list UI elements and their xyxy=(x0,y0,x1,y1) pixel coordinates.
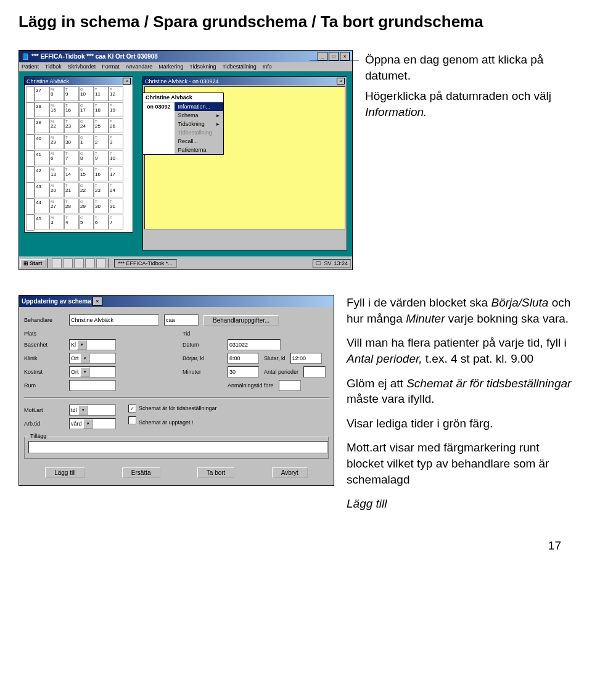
calendar-cell[interactable]: O17 xyxy=(79,102,94,117)
menu-item[interactable]: Patient xyxy=(22,64,39,70)
calendar-cell[interactable]: M8 xyxy=(49,86,64,101)
behandlare-input[interactable]: Christine Alvbäck xyxy=(69,315,159,326)
calendar-cell[interactable]: T23 xyxy=(64,118,79,133)
taskbar-task-button[interactable]: *** EFFICA-Tidbok *... xyxy=(114,259,177,268)
slutar-input[interactable]: 12:00 xyxy=(290,353,322,364)
calendar-cell[interactable]: F17 xyxy=(109,167,123,181)
basenhet-select[interactable]: Kl▾ xyxy=(69,339,116,350)
calendar-cell[interactable]: T18 xyxy=(94,102,109,117)
calendar-cell[interactable]: T9 xyxy=(64,86,79,101)
calendar-cell[interactable]: T7 xyxy=(64,150,79,165)
calendar-cell[interactable]: F31 xyxy=(109,199,123,213)
calendar-cell[interactable]: 42 xyxy=(35,167,49,181)
calendar-cell[interactable]: T30 xyxy=(94,199,109,213)
menu-item[interactable]: Användare xyxy=(126,64,153,70)
quicklaunch-icon[interactable] xyxy=(63,258,73,268)
menu-item[interactable]: Markering xyxy=(158,64,183,70)
checkbox-upptaget[interactable]: Schemat är upptaget ! xyxy=(128,416,217,426)
calendar-cell[interactable]: 38 xyxy=(35,102,49,117)
calendar-cell[interactable]: 37 xyxy=(35,86,49,101)
mottart-select[interactable]: tdl▾ xyxy=(69,405,116,416)
calendar-cell[interactable]: F26 xyxy=(109,118,123,133)
context-menu-item-tidsokning[interactable]: Tidsökning▸ xyxy=(175,120,223,128)
calendar-cell[interactable]: T14 xyxy=(64,167,79,181)
behandlaruppgifter-button[interactable]: Behandlaruppgifter... xyxy=(204,315,279,326)
calendar-cell[interactable]: T16 xyxy=(94,167,109,181)
calendar-close-button[interactable]: × xyxy=(123,78,131,84)
quicklaunch-icon[interactable] xyxy=(52,258,62,268)
arbtid-select[interactable]: vård▾ xyxy=(69,418,116,429)
calendar-cell[interactable]: T25 xyxy=(94,118,109,133)
tray-icon[interactable]: 🖵 xyxy=(316,260,321,266)
avbryt-button[interactable]: Avbryt xyxy=(272,467,308,478)
calendar-cell[interactable]: F3 xyxy=(109,134,123,149)
calendar-cell[interactable]: M13 xyxy=(49,167,64,181)
menu-item[interactable]: Skrivbordet xyxy=(68,64,96,70)
calendar-cell[interactable]: 39 xyxy=(35,118,49,133)
calendar-cell[interactable]: M20 xyxy=(49,183,64,197)
calendar-cell[interactable]: T23 xyxy=(94,183,109,197)
calendar-cell[interactable]: M29 xyxy=(49,134,64,149)
calendar-cell[interactable]: F10 xyxy=(109,150,123,165)
start-button[interactable]: ⊞ Start xyxy=(20,259,46,268)
calendar-cell[interactable]: M3 xyxy=(49,215,64,229)
context-menu-item-recall[interactable]: Recall... xyxy=(175,137,223,146)
calendar-cell[interactable]: O22 xyxy=(79,183,94,197)
calendar-cell[interactable]: F19 xyxy=(109,102,123,117)
tray-lang-icon[interactable]: SV xyxy=(324,260,331,266)
context-menu-item-information[interactable]: Information... xyxy=(175,102,223,111)
quicklaunch-icon[interactable] xyxy=(96,258,106,268)
calendar-cell[interactable]: F7 xyxy=(109,215,123,229)
calendar-cell[interactable]: M15 xyxy=(49,102,64,117)
context-menu-item-patienterna[interactable]: Patienterna xyxy=(175,146,223,154)
borjar-input[interactable]: 8:00 xyxy=(228,353,259,364)
calendar-cell[interactable]: O10 xyxy=(79,86,94,101)
calendar-cell[interactable]: T11 xyxy=(94,86,109,101)
datum-input[interactable]: 031022 xyxy=(228,339,281,350)
calendar-cell[interactable]: F24 xyxy=(109,183,123,197)
calendar-cell[interactable]: T21 xyxy=(64,183,79,197)
calendar-cell[interactable]: T6 xyxy=(94,215,109,229)
calendar-cell[interactable]: M6 xyxy=(49,150,64,165)
calendar-cell[interactable]: T16 xyxy=(64,102,79,117)
calendar-cell[interactable]: O24 xyxy=(79,118,94,133)
day-close-button[interactable]: × xyxy=(337,78,345,84)
kostnst-select[interactable]: Ort▾ xyxy=(69,366,116,377)
calendar-cell[interactable]: 41 xyxy=(35,150,49,165)
calendar-cell[interactable]: 40 xyxy=(35,134,49,149)
menu-item[interactable]: Tidbok xyxy=(45,64,62,70)
quicklaunch-icon[interactable] xyxy=(74,258,84,268)
calendar-cell[interactable]: O29 xyxy=(79,199,94,213)
calendar-cell[interactable]: T2 xyxy=(94,134,109,149)
calendar-cell[interactable]: 44 xyxy=(35,199,49,213)
calendar-cell[interactable]: O5 xyxy=(79,215,94,229)
minuter-input[interactable]: 30 xyxy=(228,366,259,377)
dialog-close-button[interactable]: × xyxy=(92,297,102,306)
behandlare-code-input[interactable]: caa xyxy=(164,315,199,326)
ersatta-button[interactable]: Ersätta xyxy=(122,467,160,478)
calendar-cell[interactable]: T30 xyxy=(64,134,79,149)
checkbox-tidsbestallningar[interactable]: ✓Schemat är för tidsbeställningar xyxy=(128,405,217,413)
calendar-cell[interactable]: F12 xyxy=(109,86,123,101)
calendar-cell[interactable]: M27 xyxy=(49,199,64,213)
rum-input[interactable] xyxy=(69,380,116,391)
antal-input[interactable] xyxy=(303,366,326,377)
calendar-cell[interactable]: T28 xyxy=(64,199,79,213)
menu-item[interactable]: Info xyxy=(263,64,272,70)
menu-item[interactable]: Format xyxy=(102,64,120,70)
anmal-input[interactable] xyxy=(279,380,301,391)
klinik-select[interactable]: Ort▾ xyxy=(69,353,116,364)
calendar-cell[interactable]: O8 xyxy=(79,150,94,165)
context-menu-item-schema[interactable]: Schema▸ xyxy=(175,111,223,120)
calendar-cell[interactable]: O15 xyxy=(79,167,94,181)
calendar-cell[interactable]: O1 xyxy=(79,134,94,149)
lagg-till-button[interactable]: Lägg till xyxy=(45,467,84,478)
calendar-cell[interactable]: 45 xyxy=(35,215,49,229)
menu-item[interactable]: Tidsökning xyxy=(189,64,216,70)
calendar-cell[interactable]: 43 xyxy=(35,183,49,197)
quicklaunch-icon[interactable] xyxy=(85,258,95,268)
ta-bort-button[interactable]: Ta bort xyxy=(197,467,235,478)
menu-item[interactable]: Tidbeställning xyxy=(223,64,257,70)
calendar-cell[interactable]: T9 xyxy=(94,150,109,165)
tillagg-input[interactable] xyxy=(28,441,328,453)
